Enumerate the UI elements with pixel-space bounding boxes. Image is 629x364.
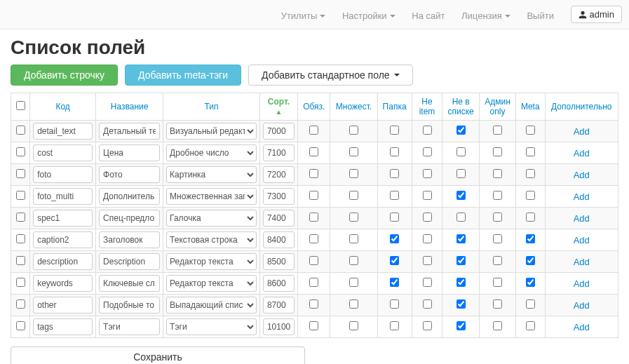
multiple-checkbox[interactable] <box>349 256 358 265</box>
multiple-checkbox[interactable] <box>349 234 358 243</box>
notinlist-checkbox[interactable] <box>456 234 466 243</box>
notinlist-checkbox[interactable] <box>456 126 466 135</box>
required-checkbox[interactable] <box>309 169 318 178</box>
required-checkbox[interactable] <box>309 234 318 243</box>
notinlist-checkbox[interactable] <box>456 191 466 200</box>
row-select-checkbox[interactable] <box>16 126 25 135</box>
folder-checkbox[interactable] <box>390 299 399 309</box>
noitem-checkbox[interactable] <box>423 234 432 243</box>
notinlist-checkbox[interactable] <box>456 278 466 287</box>
header-code[interactable]: Код <box>55 102 69 112</box>
meta-checkbox[interactable] <box>526 213 535 222</box>
nav-tosite[interactable]: На сайт <box>412 11 445 21</box>
name-input[interactable] <box>99 210 160 227</box>
add-meta-button[interactable]: Добавить meta-тэги <box>125 65 241 86</box>
sort-input[interactable] <box>263 231 295 248</box>
row-select-checkbox[interactable] <box>16 191 25 200</box>
folder-checkbox[interactable] <box>390 169 399 178</box>
noitem-checkbox[interactable] <box>423 147 432 156</box>
add-link[interactable]: Add <box>574 170 590 180</box>
sort-input[interactable] <box>263 210 295 227</box>
sort-input[interactable] <box>263 144 295 161</box>
name-input[interactable] <box>99 297 160 314</box>
sort-input[interactable] <box>263 123 295 140</box>
required-checkbox[interactable] <box>309 126 318 135</box>
adminonly-checkbox[interactable] <box>493 191 502 200</box>
type-select[interactable]: Редактор текста <box>166 275 257 292</box>
noitem-checkbox[interactable] <box>423 126 432 135</box>
add-row-button[interactable]: Добавить строчку <box>11 65 118 86</box>
header-sort[interactable]: Сорт.▲ <box>268 97 290 116</box>
add-link[interactable]: Add <box>574 235 590 245</box>
nav-utilities[interactable]: Утилиты <box>281 11 326 21</box>
code-input[interactable] <box>33 231 93 248</box>
sort-input[interactable] <box>263 318 295 335</box>
folder-checkbox[interactable] <box>390 234 399 243</box>
name-input[interactable] <box>99 144 160 161</box>
header-extra[interactable]: Дополнительно <box>551 102 611 112</box>
meta-checkbox[interactable] <box>526 234 535 243</box>
multiple-checkbox[interactable] <box>349 147 358 156</box>
multiple-checkbox[interactable] <box>349 126 358 135</box>
row-select-checkbox[interactable] <box>16 147 25 156</box>
code-input[interactable] <box>33 188 93 205</box>
header-type[interactable]: Тип <box>204 102 218 112</box>
header-noitem[interactable]: Не item <box>419 97 435 116</box>
code-input[interactable] <box>33 318 93 335</box>
add-link[interactable]: Add <box>574 300 590 311</box>
name-input[interactable] <box>99 253 160 270</box>
adminonly-checkbox[interactable] <box>493 147 502 156</box>
type-select[interactable]: Текстовая строка <box>166 231 257 248</box>
sort-input[interactable] <box>263 275 295 292</box>
add-link[interactable]: Add <box>574 126 590 137</box>
row-select-checkbox[interactable] <box>16 234 25 243</box>
type-select[interactable]: Редактор текста <box>166 253 257 270</box>
add-link[interactable]: Add <box>574 191 590 202</box>
code-input[interactable] <box>33 166 93 183</box>
required-checkbox[interactable] <box>309 213 318 222</box>
admin-button[interactable]: admin <box>571 6 622 23</box>
noitem-checkbox[interactable] <box>423 191 432 200</box>
multiple-checkbox[interactable] <box>349 299 358 309</box>
sort-input[interactable] <box>263 297 295 314</box>
notinlist-checkbox[interactable] <box>456 321 466 330</box>
name-input[interactable] <box>99 188 160 205</box>
adminonly-checkbox[interactable] <box>493 321 502 330</box>
notinlist-checkbox[interactable] <box>456 213 466 222</box>
add-link[interactable]: Add <box>574 148 590 159</box>
header-notinlist[interactable]: Не в списке <box>448 97 474 116</box>
meta-checkbox[interactable] <box>526 256 535 265</box>
folder-checkbox[interactable] <box>390 126 399 135</box>
multiple-checkbox[interactable] <box>349 213 358 222</box>
name-input[interactable] <box>99 231 160 248</box>
required-checkbox[interactable] <box>309 321 318 330</box>
name-input[interactable] <box>99 275 160 292</box>
header-name[interactable]: Название <box>111 102 149 112</box>
adminonly-checkbox[interactable] <box>493 126 502 135</box>
header-adminonly[interactable]: Админ only <box>485 97 510 116</box>
add-link[interactable]: Add <box>574 322 590 332</box>
sort-input[interactable] <box>263 253 295 270</box>
folder-checkbox[interactable] <box>390 321 399 330</box>
row-select-checkbox[interactable] <box>16 278 25 287</box>
noitem-checkbox[interactable] <box>423 278 432 287</box>
row-select-checkbox[interactable] <box>16 321 25 330</box>
adminonly-checkbox[interactable] <box>493 299 502 309</box>
adminonly-checkbox[interactable] <box>493 256 502 265</box>
meta-checkbox[interactable] <box>526 299 535 309</box>
row-select-checkbox[interactable] <box>16 213 25 222</box>
type-select[interactable]: Галочка <box>166 210 257 227</box>
save-button[interactable]: Сохранить <box>11 346 305 364</box>
sort-input[interactable] <box>263 166 295 183</box>
select-all-checkbox[interactable] <box>16 101 25 110</box>
noitem-checkbox[interactable] <box>423 256 432 265</box>
code-input[interactable] <box>33 275 93 292</box>
nav-license[interactable]: Лицензия <box>461 11 510 21</box>
noitem-checkbox[interactable] <box>423 321 432 330</box>
type-select[interactable]: Картинка <box>166 166 257 183</box>
nav-settings[interactable]: Настройки <box>342 11 395 21</box>
name-input[interactable] <box>99 318 160 335</box>
header-meta[interactable]: Meta <box>521 102 540 112</box>
header-multiple[interactable]: Множест. <box>336 102 372 112</box>
add-link[interactable]: Add <box>574 278 590 289</box>
